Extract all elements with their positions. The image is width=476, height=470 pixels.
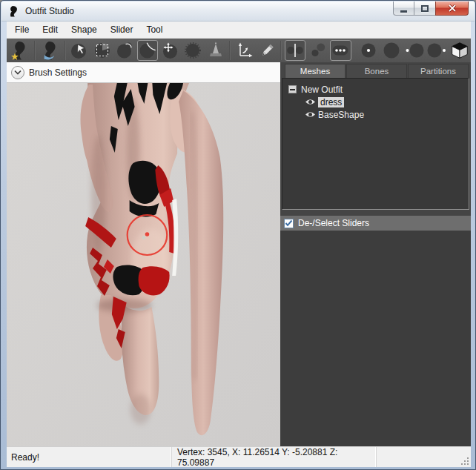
- tree-root-row[interactable]: New Outfit: [288, 83, 464, 96]
- eye-icon[interactable]: [305, 110, 316, 119]
- app-icon: [8, 5, 20, 17]
- tree-item-label: BaseShape: [318, 110, 364, 120]
- new-project-button[interactable]: [9, 40, 31, 61]
- close-button[interactable]: [435, 1, 469, 16]
- new-project-icon: [10, 41, 30, 61]
- check-icon: [285, 219, 293, 227]
- toolbar-separator: [229, 41, 231, 60]
- inflate-brush-icon: [116, 42, 133, 59]
- panel-tabs: Meshes Bones Partitions: [280, 62, 471, 78]
- mask-brush-button[interactable]: [91, 40, 113, 61]
- toolbar: [7, 39, 471, 62]
- window-bottom-border: [1, 466, 475, 469]
- smooth-brush-icon: [184, 42, 202, 59]
- menu-shape[interactable]: Shape: [65, 22, 104, 37]
- load-reference-button[interactable]: [39, 40, 61, 61]
- maximize-icon: [421, 5, 429, 12]
- pen-tool-icon: [258, 42, 276, 59]
- minimize-button[interactable]: [393, 1, 414, 16]
- deflate-brush-icon: [139, 42, 156, 59]
- deselect-sliders-checkbox[interactable]: [284, 219, 294, 228]
- pen-tool-button[interactable]: [256, 40, 277, 61]
- toolbar-separator: [34, 41, 36, 60]
- resize-grip[interactable]: [460, 457, 469, 466]
- brush-strength-button[interactable]: [381, 40, 403, 61]
- tab-meshes[interactable]: Meshes: [285, 64, 346, 78]
- view-cube-icon: [450, 41, 469, 60]
- select-tool-icon: [70, 42, 88, 59]
- connected-vertices-icon: [309, 42, 327, 59]
- model-render: [7, 83, 280, 446]
- menu-file[interactable]: File: [8, 22, 36, 37]
- x-mirror-toggle[interactable]: [285, 40, 306, 61]
- window-title: Outfit Studio: [25, 6, 74, 16]
- load-reference-icon: [41, 41, 60, 61]
- brush-settings-header: Brush Settings: [7, 62, 280, 83]
- tree-item-dress[interactable]: dress: [288, 96, 464, 108]
- move-brush-icon: [161, 42, 179, 59]
- global-brush-toggle[interactable]: [330, 40, 351, 61]
- status-vertex-info: Vertex: 3545, X: 11.26514 Y: -5.20881 Z:…: [171, 447, 376, 467]
- brush-settings-label: Brush Settings: [29, 67, 87, 78]
- eye-icon[interactable]: [305, 98, 316, 106]
- brush-size-button[interactable]: [358, 40, 380, 61]
- three-dots-icon: [331, 42, 349, 59]
- tree-item-baseshape[interactable]: BaseShape: [288, 108, 464, 121]
- mask-brush-icon: [93, 42, 111, 59]
- select-tool-button[interactable]: [69, 40, 90, 61]
- menu-edit[interactable]: Edit: [36, 22, 65, 37]
- viewport-3d[interactable]: [7, 83, 280, 446]
- connected-vertices-toggle[interactable]: [307, 40, 328, 61]
- view-cube-button[interactable]: [449, 40, 470, 61]
- transform-tool-icon: [234, 42, 254, 59]
- brush-settings-collapse-button[interactable]: [11, 66, 24, 79]
- deselect-sliders-header: De-/Select Sliders: [280, 216, 471, 231]
- sliders-list-panel[interactable]: [280, 231, 471, 446]
- weight-brush-icon: [207, 42, 225, 59]
- outfit-tree[interactable]: New Outfit dress Bas: [282, 78, 469, 210]
- inflate-brush-button[interactable]: [114, 40, 136, 61]
- x-mirror-icon: [286, 42, 304, 59]
- brush-focus-button[interactable]: [403, 40, 425, 61]
- menu-tool[interactable]: Tool: [139, 22, 169, 37]
- status-bar: Ready! Vertex: 3545, X: 11.26514 Y: -5.2…: [7, 446, 471, 467]
- weight-brush-button[interactable]: [205, 40, 226, 61]
- toolbar-separator: [280, 41, 282, 60]
- brush-spacing-button[interactable]: [426, 40, 448, 61]
- maximize-button[interactable]: [414, 1, 435, 16]
- deflate-brush-button[interactable]: [137, 40, 159, 61]
- menu-slider[interactable]: Slider: [104, 22, 140, 37]
- brush-spacing-icon: [427, 42, 446, 59]
- close-icon: [448, 4, 457, 12]
- tree-item-label: dress: [318, 97, 344, 107]
- brush-size-icon: [360, 42, 377, 59]
- panel-splitter[interactable]: [280, 210, 471, 216]
- viewport-panel: Brush Settings: [7, 62, 280, 446]
- title-bar[interactable]: Outfit Studio: [1, 1, 475, 21]
- toolbar-separator: [65, 41, 66, 60]
- collapse-minus-icon[interactable]: [288, 85, 297, 93]
- smooth-brush-button[interactable]: [182, 40, 204, 61]
- status-ready: Ready!: [7, 447, 171, 467]
- tab-partitions[interactable]: Partitions: [408, 64, 469, 78]
- deselect-sliders-label: De-/Select Sliders: [298, 218, 369, 228]
- outfit-studio-window: Outfit Studio File Edit Shape Slider Too…: [0, 0, 476, 470]
- chevron-down-icon: [13, 70, 22, 76]
- menu-bar: File Edit Shape Slider Tool: [7, 21, 471, 39]
- move-brush-button[interactable]: [159, 40, 181, 61]
- tab-bones[interactable]: Bones: [346, 64, 407, 78]
- minimize-icon: [400, 10, 407, 13]
- status-extra: [376, 447, 471, 467]
- brush-focus-icon: [405, 42, 424, 59]
- transform-tool-button[interactable]: [234, 40, 255, 61]
- tree-root-label: New Outfit: [301, 85, 343, 95]
- shapes-panel: Meshes Bones Partitions New Outfit: [280, 62, 471, 446]
- brush-strength-icon: [383, 42, 400, 59]
